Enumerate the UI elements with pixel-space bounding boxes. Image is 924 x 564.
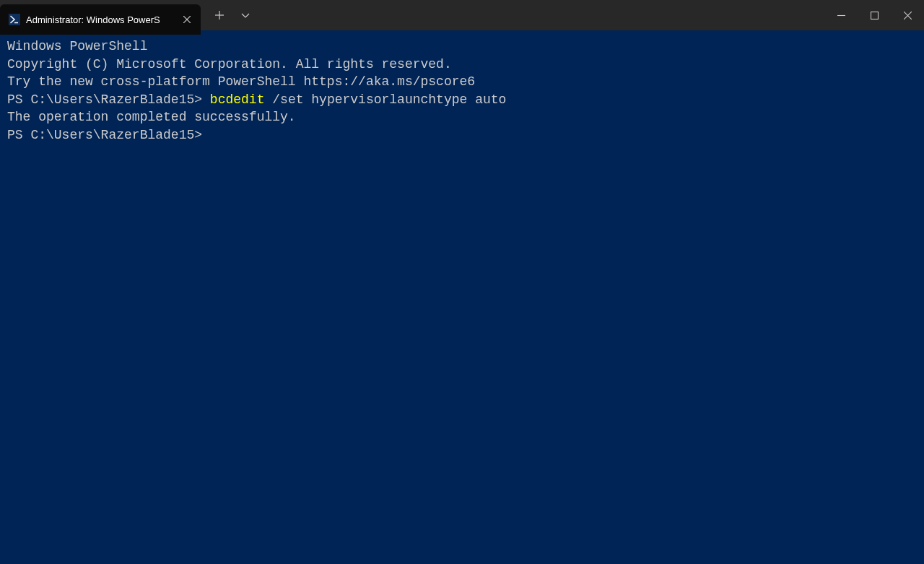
tab-title: Administrator: Windows PowerS [26, 14, 175, 25]
tabs-section: Administrator: Windows PowerS [0, 0, 258, 30]
title-bar: Administrator: Windows PowerS [0, 0, 924, 30]
tab-dropdown-button[interactable] [232, 2, 258, 28]
terminal-output-line: Try the new cross-platform PowerShell ht… [7, 73, 917, 91]
window-controls [824, 0, 924, 30]
close-button[interactable] [891, 0, 924, 30]
command-name: bcdedit [210, 92, 265, 107]
terminal-area[interactable]: Windows PowerShell Copyright (C) Microso… [0, 30, 924, 151]
terminal-prompt-line: PS C:\Users\RazerBlade15> [7, 126, 917, 144]
terminal-output-line: The operation completed successfully. [7, 108, 917, 126]
new-tab-button[interactable] [206, 2, 232, 28]
maximize-button[interactable] [858, 0, 891, 30]
minimize-button[interactable] [824, 0, 858, 30]
tab-controls [201, 0, 258, 30]
terminal-command-line: PS C:\Users\RazerBlade15> bcdedit /set h… [7, 91, 917, 109]
prompt-text: PS C:\Users\RazerBlade15> [7, 92, 210, 107]
tab-close-button[interactable] [180, 13, 193, 26]
terminal-output-line: Windows PowerShell [7, 38, 917, 56]
tab-powershell[interactable]: Administrator: Windows PowerS [0, 4, 201, 35]
svg-rect-7 [871, 12, 878, 19]
powershell-icon [9, 14, 20, 25]
command-args: /set hypervisorlaunchtype auto [264, 92, 506, 107]
terminal-output-line: Copyright (C) Microsoft Corporation. All… [7, 56, 917, 74]
